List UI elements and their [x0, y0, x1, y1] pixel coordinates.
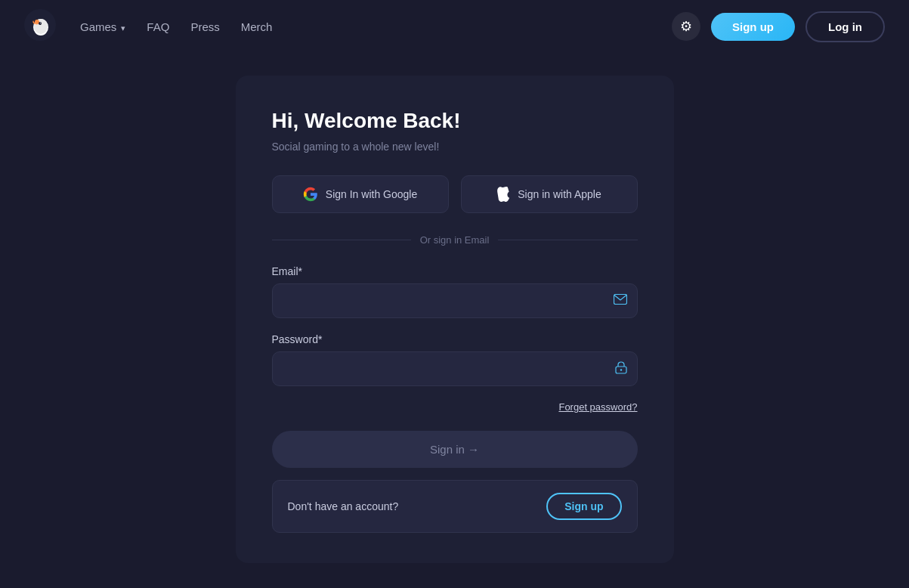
- google-signin-button[interactable]: Sign In with Google: [272, 175, 449, 213]
- google-icon: [303, 187, 318, 202]
- nav-games[interactable]: Games: [80, 20, 125, 33]
- signin-button[interactable]: Sign in →: [272, 431, 638, 468]
- apple-signin-button[interactable]: Sign in with Apple: [461, 175, 638, 213]
- nav-signup-button[interactable]: Sign up: [711, 13, 795, 41]
- nav-faq[interactable]: FAQ: [147, 20, 169, 33]
- logo[interactable]: [24, 9, 80, 44]
- card-title: Hi, Welcome Back!: [272, 109, 638, 133]
- login-card: Hi, Welcome Back! Social gaming to a who…: [236, 76, 674, 563]
- svg-point-5: [40, 23, 41, 23]
- email-input[interactable]: [272, 283, 638, 318]
- email-label: Email*: [272, 265, 638, 277]
- no-account-bar: Don't have an account? Sign up: [272, 480, 638, 533]
- password-field-group: Password*: [272, 333, 638, 386]
- nav-login-button[interactable]: Log in: [805, 11, 885, 42]
- divider-text: Or sign in Email: [420, 234, 490, 246]
- nav-actions: ⚙ Sign up Log in: [672, 11, 885, 42]
- divider-line-right: [498, 240, 637, 240]
- social-buttons: Sign In with Google Sign in with Apple: [272, 175, 638, 213]
- card-subtitle: Social gaming to a whole new level!: [272, 141, 638, 153]
- divider-line-left: [272, 240, 411, 240]
- password-label: Password*: [272, 333, 638, 345]
- forgot-password-link[interactable]: Forget password?: [272, 401, 638, 413]
- settings-icon: ⚙: [680, 18, 692, 35]
- svg-point-4: [39, 22, 42, 25]
- email-input-wrapper: [272, 283, 638, 318]
- email-field-group: Email*: [272, 265, 638, 318]
- navbar: Games FAQ Press Merch ⚙ Sign up Log in: [0, 0, 909, 53]
- password-input-wrapper: [272, 351, 638, 386]
- no-account-text: Don't have an account?: [288, 500, 399, 512]
- nav-links: Games FAQ Press Merch: [80, 20, 672, 33]
- settings-button[interactable]: ⚙: [672, 12, 700, 41]
- nav-press[interactable]: Press: [190, 20, 219, 33]
- apple-icon: [496, 187, 510, 202]
- games-chevron-icon: [119, 20, 125, 33]
- main-content: Hi, Welcome Back! Social gaming to a who…: [0, 53, 909, 588]
- divider: Or sign in Email: [272, 234, 638, 246]
- password-input[interactable]: [272, 351, 638, 386]
- nav-merch[interactable]: Merch: [241, 20, 273, 33]
- signup-button[interactable]: Sign up: [546, 493, 621, 520]
